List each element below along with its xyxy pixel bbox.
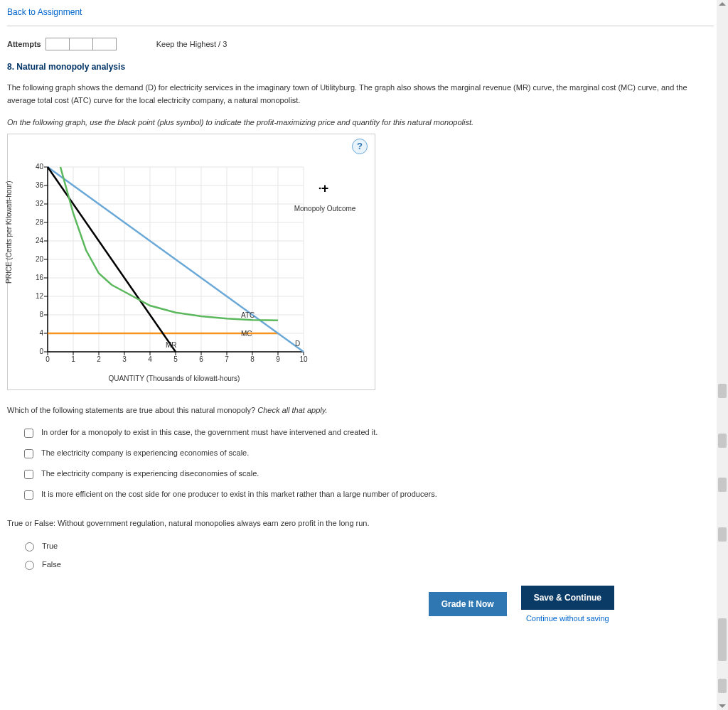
svg-text:8: 8 — [39, 311, 43, 318]
q2-choice-label: The electricity company is experiencing … — [41, 469, 259, 478]
q2-choice-label: It is more efficient on the cost side fo… — [41, 490, 437, 498]
q2-choice-label: In order for a monopoly to exist in this… — [41, 428, 378, 436]
atc-label: ATC — [241, 311, 255, 319]
question-title: 8. Natural monopoly analysis — [7, 62, 714, 72]
atc-curve — [60, 167, 278, 321]
svg-text:9: 9 — [276, 355, 280, 363]
q2-checkbox-3[interactable] — [24, 490, 33, 500]
q3-radio-false[interactable] — [25, 561, 34, 570]
svg-text:+: + — [321, 181, 329, 195]
mr-label: MR — [166, 341, 177, 349]
back-to-assignment-link[interactable]: Back to Assignment — [7, 7, 714, 23]
continue-without-saving-link[interactable]: Continue without saving — [526, 614, 609, 623]
scroll-up-icon[interactable] — [719, 2, 726, 6]
svg-text:16: 16 — [36, 274, 44, 281]
keep-highest-label: Keep the Highest / 3 — [156, 40, 228, 48]
chart-svg[interactable]: 0481216202428323640 012345678910 ATC MC … — [12, 160, 360, 373]
svg-text:12: 12 — [36, 292, 44, 300]
graph-panel[interactable]: ? PRICE (Cents per Kilowatt-hour) 048121… — [7, 134, 375, 390]
attempt-box-2[interactable] — [70, 38, 93, 50]
grade-it-now-button[interactable]: Grade It Now — [429, 592, 507, 616]
svg-text:3: 3 — [122, 355, 127, 363]
q2-choice-1[interactable]: The electricity company is experiencing … — [7, 444, 714, 465]
q2-checkbox-0[interactable] — [24, 429, 33, 438]
scroll-thumb[interactable] — [718, 434, 727, 448]
q3-choice-true[interactable]: True — [7, 537, 714, 556]
svg-point-69 — [319, 187, 321, 189]
q2-checkbox-2[interactable] — [24, 470, 33, 479]
scroll-thumb[interactable] — [718, 527, 727, 542]
svg-text:24: 24 — [36, 237, 44, 244]
q2-choice-2[interactable]: The electricity company is experiencing … — [7, 465, 714, 485]
svg-text:4: 4 — [39, 329, 43, 337]
save-continue-button[interactable]: Save & Continue — [521, 586, 614, 610]
svg-text:32: 32 — [36, 200, 44, 208]
svg-text:8: 8 — [250, 355, 255, 363]
q3-prompt: True or False: Without government regula… — [7, 517, 714, 530]
q3-false-label: False — [42, 560, 61, 569]
attempts-label: Attempts — [7, 40, 41, 48]
scroll-thumb[interactable] — [718, 618, 727, 623]
q2-choice-3[interactable]: It is more efficient on the cost side fo… — [7, 485, 714, 506]
button-row: Grade It Now Save & Continue Continue wi… — [7, 586, 714, 623]
question-para1: The following graph shows the demand (D)… — [7, 82, 714, 107]
attempts-row: Attempts Keep the Highest / 3 — [7, 35, 714, 62]
svg-text:2: 2 — [97, 355, 101, 363]
attempt-box-1[interactable] — [46, 38, 70, 50]
svg-text:4: 4 — [148, 355, 152, 363]
attempt-boxes — [46, 38, 117, 50]
svg-text:0: 0 — [39, 348, 43, 355]
q3-choice-false[interactable]: False — [7, 556, 714, 574]
monopoly-outcome-label: Monopoly Outcome — [294, 205, 356, 213]
svg-text:28: 28 — [36, 218, 44, 226]
scroll-thumb[interactable] — [718, 384, 727, 398]
svg-text:40: 40 — [36, 163, 44, 171]
svg-text:5: 5 — [173, 355, 178, 363]
q2-checkbox-1[interactable] — [24, 449, 33, 458]
svg-text:7: 7 — [225, 355, 229, 363]
help-icon[interactable]: ? — [352, 139, 368, 154]
scrollbar[interactable] — [717, 0, 728, 623]
divider — [7, 26, 714, 26]
svg-text:10: 10 — [299, 355, 308, 363]
q2-prompt: Which of the following statements are tr… — [7, 404, 714, 417]
d-label: D — [295, 340, 300, 348]
monopoly-outcome-marker[interactable]: + — [319, 181, 329, 195]
x-axis-label: QUANTITY (Thousands of kilowatt-hours) — [46, 375, 302, 382]
q2-choice-label: The electricity company is experiencing … — [41, 448, 249, 457]
q3-radio-true[interactable] — [25, 542, 34, 552]
q3-true-label: True — [42, 542, 58, 550]
scroll-thumb[interactable] — [718, 478, 727, 492]
svg-text:6: 6 — [199, 355, 203, 363]
q2-choice-0[interactable]: In order for a monopoly to exist in this… — [7, 424, 714, 444]
svg-text:36: 36 — [36, 181, 44, 189]
svg-text:1: 1 — [71, 355, 75, 363]
mc-label: MC — [241, 330, 252, 338]
attempt-box-3[interactable] — [93, 38, 117, 50]
svg-text:0: 0 — [46, 355, 50, 363]
y-axis-label: PRICE (Cents per Kilowatt-hour) — [5, 181, 13, 284]
graph-instruction: On the following graph, use the black po… — [7, 117, 714, 129]
svg-text:20: 20 — [36, 255, 44, 263]
